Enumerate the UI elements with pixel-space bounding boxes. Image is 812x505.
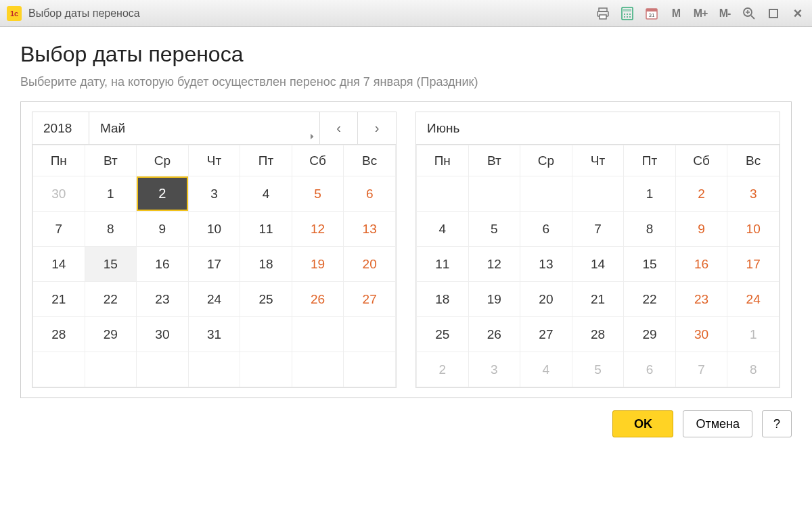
calendar-day[interactable]: 1 <box>624 176 676 212</box>
maximize-icon[interactable] <box>766 6 781 21</box>
calendar-day[interactable]: 13 <box>520 247 572 282</box>
year-selector[interactable]: 2018 <box>32 112 89 144</box>
calendar-day[interactable]: 4 <box>417 212 469 247</box>
calendar-day[interactable]: 21 <box>572 282 624 317</box>
calendar-day <box>85 352 137 387</box>
calendar-day[interactable]: 29 <box>624 317 676 352</box>
calendar-day[interactable]: 3 <box>727 176 780 212</box>
weekday-header: Чт <box>572 145 624 176</box>
calendar-day[interactable]: 5 <box>292 176 344 212</box>
calendar-day[interactable]: 8 <box>727 352 780 387</box>
print-icon[interactable] <box>595 6 610 21</box>
calendar-day[interactable]: 17 <box>727 247 780 282</box>
calendar-day[interactable]: 29 <box>85 317 137 352</box>
close-icon[interactable]: × <box>790 6 805 21</box>
svg-rect-4 <box>623 9 631 11</box>
zoom-icon[interactable] <box>742 6 757 21</box>
calendar-day[interactable]: 6 <box>520 212 572 247</box>
calendar-day[interactable]: 13 <box>344 212 396 247</box>
calendar-day <box>292 352 344 387</box>
calendar-day[interactable]: 20 <box>520 282 572 317</box>
calendar-day[interactable]: 5 <box>468 212 520 247</box>
svg-point-5 <box>624 14 625 15</box>
calendar-day <box>344 352 396 387</box>
memory-mplus-button[interactable]: M+ <box>693 6 708 21</box>
calendar-day[interactable]: 2 <box>417 352 469 387</box>
calendar-day[interactable]: 7 <box>33 212 85 247</box>
calendar-day[interactable]: 7 <box>572 212 624 247</box>
calendar-day <box>240 317 292 352</box>
calendar-day[interactable]: 9 <box>137 212 189 247</box>
calendar-day[interactable]: 5 <box>572 352 624 387</box>
calendar-day[interactable]: 21 <box>33 282 85 317</box>
calendar-day[interactable]: 28 <box>572 317 624 352</box>
calendar-day[interactable]: 31 <box>188 317 240 352</box>
calendar-day[interactable]: 26 <box>468 317 520 352</box>
calendar-day[interactable]: 1 <box>727 317 780 352</box>
calendar-day[interactable]: 30 <box>675 317 727 352</box>
calendar-day[interactable]: 3 <box>188 176 240 212</box>
calendar-day[interactable]: 8 <box>85 212 137 247</box>
calendar-day[interactable]: 18 <box>417 282 469 317</box>
calendar-day[interactable]: 27 <box>520 317 572 352</box>
calendar-day[interactable]: 26 <box>292 282 344 317</box>
calendar-day[interactable]: 6 <box>344 176 396 212</box>
weekday-header: Вс <box>344 145 396 176</box>
calendar-day[interactable]: 4 <box>240 176 292 212</box>
calendar-day[interactable]: 20 <box>344 247 396 282</box>
month-selector[interactable]: Май <box>89 112 320 144</box>
calendar-day[interactable]: 3 <box>468 352 520 387</box>
calendar-day[interactable]: 15 <box>85 247 137 282</box>
calendar-day[interactable]: 1 <box>85 176 137 212</box>
calendar-day[interactable]: 28 <box>33 317 85 352</box>
calendar-day[interactable]: 6 <box>624 352 676 387</box>
calendar-day[interactable]: 24 <box>727 282 780 317</box>
calendar-day[interactable]: 4 <box>520 352 572 387</box>
calendar-day <box>33 352 85 387</box>
calendar-day[interactable]: 24 <box>188 282 240 317</box>
calendar-day[interactable]: 16 <box>675 247 727 282</box>
calendar-day <box>188 352 240 387</box>
calendar-day[interactable]: 18 <box>240 247 292 282</box>
svg-point-8 <box>624 16 625 18</box>
calendar-day[interactable]: 27 <box>344 282 396 317</box>
calendar-day[interactable]: 9 <box>675 212 727 247</box>
calendar-day[interactable]: 12 <box>468 247 520 282</box>
memory-m-button[interactable]: M <box>669 6 683 21</box>
help-button[interactable]: ? <box>762 410 792 437</box>
cancel-button[interactable]: Отмена <box>683 410 752 437</box>
calendar-day[interactable]: 15 <box>624 247 676 282</box>
calendar-day[interactable]: 23 <box>137 282 189 317</box>
calendar-day[interactable]: 19 <box>292 247 344 282</box>
calendar-day[interactable]: 7 <box>675 352 727 387</box>
next-month-button[interactable]: › <box>358 112 396 144</box>
calendar-day[interactable]: 16 <box>137 247 189 282</box>
calendar-day[interactable]: 14 <box>33 247 85 282</box>
calendar-day[interactable]: 11 <box>240 212 292 247</box>
svg-rect-12 <box>646 9 657 11</box>
calendar-day[interactable]: 19 <box>468 282 520 317</box>
prev-month-button[interactable]: ‹ <box>320 112 358 144</box>
calendar-icon[interactable]: 31 <box>644 6 659 21</box>
content-area: Выбор даты переноса Выберите дату, на ко… <box>0 27 812 505</box>
calendar-day[interactable]: 2 <box>675 176 727 212</box>
calendar-day[interactable]: 25 <box>240 282 292 317</box>
calendar-day[interactable]: 10 <box>188 212 240 247</box>
calendar-day[interactable]: 25 <box>417 317 469 352</box>
calendar-day[interactable]: 30 <box>137 317 189 352</box>
calendar-day[interactable]: 17 <box>188 247 240 282</box>
calendar-day[interactable]: 23 <box>675 282 727 317</box>
calculator-icon[interactable] <box>620 6 635 21</box>
calendar-day[interactable]: 22 <box>624 282 676 317</box>
calendar-day[interactable]: 8 <box>624 212 676 247</box>
ok-button[interactable]: OK <box>612 410 673 437</box>
calendar-day[interactable]: 22 <box>85 282 137 317</box>
memory-mminus-button[interactable]: M- <box>717 6 732 21</box>
calendar-day[interactable]: 14 <box>572 247 624 282</box>
calendar-day[interactable]: 11 <box>417 247 469 282</box>
calendar-day[interactable]: 12 <box>292 212 344 247</box>
calendar-day[interactable]: 2 <box>137 176 189 212</box>
calendar-day[interactable]: 30 <box>33 176 85 212</box>
calendar-day[interactable]: 10 <box>727 212 780 247</box>
calendar-day <box>240 352 292 387</box>
